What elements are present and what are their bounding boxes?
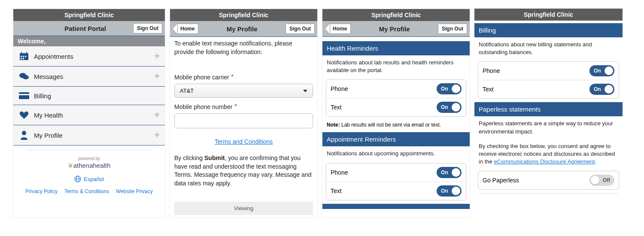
globe-icon bbox=[74, 175, 81, 182]
svg-point-10 bbox=[23, 75, 29, 79]
toggle-appt-phone[interactable]: On bbox=[437, 167, 462, 178]
svg-rect-4 bbox=[25, 56, 26, 57]
toggle-row-text: Text On bbox=[326, 182, 466, 200]
required-icon: * bbox=[234, 103, 237, 110]
appt-reminders-header: Appointment Reminders bbox=[322, 132, 470, 146]
nav-billing[interactable]: Billing bbox=[13, 87, 165, 105]
intro-text: To enable text message notifications, pl… bbox=[170, 37, 317, 59]
lab-note: Note: Lab results will not be sent via e… bbox=[322, 120, 470, 132]
page-title: My Profile bbox=[198, 25, 286, 33]
screen-home: Springfield Clinic Patient Portal Sign O… bbox=[13, 9, 165, 218]
toggle-appt-text[interactable]: On bbox=[437, 185, 462, 197]
footer-links: Privacy Policy Terms & Conditions Websit… bbox=[13, 188, 165, 194]
screen-billing-paperless: Springfield Clinic Billing Notifications… bbox=[474, 9, 623, 218]
carrier-select[interactable]: AT&T bbox=[174, 84, 313, 98]
appt-reminders-desc: Notifications about upcoming appointment… bbox=[322, 146, 470, 161]
svg-rect-3 bbox=[23, 56, 24, 57]
toggle-phone[interactable]: On bbox=[437, 83, 462, 94]
svg-rect-6 bbox=[23, 58, 24, 59]
chat-icon bbox=[18, 72, 30, 81]
home-button[interactable]: Home bbox=[325, 23, 351, 34]
toggle-label: Text bbox=[331, 104, 342, 111]
nav-myhealth[interactable]: My Health + bbox=[13, 105, 165, 125]
carrier-label: Mobile phone carrier bbox=[174, 74, 229, 81]
signout-button[interactable]: Sign Out bbox=[133, 23, 162, 33]
clinic-title: Springfield Clinic bbox=[13, 9, 165, 21]
svg-rect-5 bbox=[21, 58, 22, 59]
nav-label: My Health bbox=[34, 112, 154, 119]
screen-text-notifications: Springfield Clinic Home My Profile Sign … bbox=[170, 9, 318, 218]
screen-reminders: Springfield Clinic Home My Profile Sign … bbox=[322, 9, 470, 218]
card-icon bbox=[18, 91, 30, 100]
language-link[interactable]: Español bbox=[13, 175, 165, 182]
welcome-bar: Welcome, bbox=[13, 36, 165, 46]
billing-header: Billing bbox=[474, 23, 623, 37]
toggle-paperless[interactable]: Off bbox=[589, 175, 614, 186]
terms-link[interactable]: Terms & Conditions bbox=[64, 188, 109, 194]
ecomm-disclosure-link[interactable]: eCommunications Disclosure Agreement bbox=[494, 158, 595, 165]
signout-button[interactable]: Sign Out bbox=[438, 24, 467, 34]
terms-conditions-link[interactable]: Terms and Conditions bbox=[215, 138, 273, 145]
number-group: Mobile phone number * bbox=[170, 101, 317, 132]
nav-messages[interactable]: Messages + bbox=[13, 67, 165, 87]
person-icon bbox=[18, 130, 30, 140]
toggle-billing-text[interactable]: On bbox=[589, 84, 614, 95]
billing-desc: Notifications about new billing statemen… bbox=[474, 37, 623, 60]
toggle-text[interactable]: On bbox=[437, 102, 462, 113]
appt-toggle-group: Phone On Text On bbox=[326, 163, 466, 200]
plus-icon: + bbox=[154, 51, 160, 62]
page-title: Patient Portal bbox=[37, 25, 133, 32]
home-button[interactable]: Home bbox=[173, 23, 198, 34]
health-reminders-desc: Notifications about lab results and heal… bbox=[322, 55, 470, 78]
toggle-row-text: Text On bbox=[478, 80, 619, 98]
powered-by-label: powered by bbox=[13, 156, 165, 161]
nav-label: Messages bbox=[34, 73, 154, 80]
plus-icon: + bbox=[154, 130, 160, 141]
number-label: Mobile phone number bbox=[174, 103, 232, 110]
nav-label: My Profile bbox=[34, 132, 154, 139]
health-reminders-header: Health Reminders bbox=[322, 41, 470, 55]
clinic-title: Springfield Clinic bbox=[322, 9, 470, 21]
billing-toggle-group: Phone On Text On bbox=[478, 61, 619, 99]
paperless-desc-2: By checking the box below, you consent a… bbox=[474, 139, 623, 169]
toggle-row-paperless: Go Paperless Off bbox=[478, 171, 619, 189]
sub-bar: Home My Profile Sign Out bbox=[322, 21, 470, 37]
svg-rect-8 bbox=[26, 52, 27, 54]
phone-number-input[interactable] bbox=[174, 113, 313, 128]
bottom-bar bbox=[322, 204, 470, 209]
svg-rect-7 bbox=[21, 52, 22, 54]
toggle-billing-phone[interactable]: On bbox=[589, 65, 614, 76]
heart-icon bbox=[18, 110, 30, 120]
nav-list: Appointments + Messages + Billing My Hea… bbox=[13, 46, 165, 145]
nav-label: Appointments bbox=[34, 53, 154, 60]
athena-logo: ❦athenahealth bbox=[13, 162, 165, 169]
toggle-label: Phone bbox=[331, 169, 348, 176]
required-icon: * bbox=[231, 73, 234, 81]
plus-icon: + bbox=[154, 109, 160, 121]
website-privacy-link[interactable]: Website Privacy bbox=[116, 188, 153, 194]
toggle-label: Text bbox=[483, 86, 494, 93]
carrier-group: Mobile phone carrier * AT&T bbox=[170, 72, 317, 101]
svg-rect-11 bbox=[19, 92, 29, 99]
sub-bar: Patient Portal Sign Out bbox=[13, 21, 165, 36]
paperless-desc-1: Paperless statements are a simple way to… bbox=[474, 116, 623, 139]
toggle-row-phone: Phone On bbox=[326, 80, 466, 98]
privacy-link[interactable]: Privacy Policy bbox=[25, 188, 58, 194]
nav-myprofile[interactable]: My Profile + bbox=[13, 125, 165, 145]
chevron-down-icon bbox=[303, 90, 307, 92]
toggle-label: Phone bbox=[483, 67, 500, 74]
nav-appointments[interactable]: Appointments + bbox=[13, 46, 165, 67]
clinic-title: Springfield Clinic bbox=[474, 9, 623, 21]
toggle-label: Text bbox=[331, 188, 342, 194]
sub-bar: Home My Profile Sign Out bbox=[170, 21, 317, 37]
svg-rect-2 bbox=[21, 56, 22, 57]
paperless-header: Paperless statements bbox=[474, 102, 623, 116]
submit-disclaimer: By clicking Submit, you are confirming t… bbox=[170, 151, 317, 190]
paperless-toggle-group: Go Paperless Off bbox=[478, 171, 619, 190]
page-title: My Profile bbox=[351, 25, 438, 33]
svg-rect-12 bbox=[19, 94, 29, 95]
toggle-label: Phone bbox=[331, 85, 348, 92]
signout-button[interactable]: Sign Out bbox=[286, 24, 315, 34]
toggle-row-text: Text On bbox=[326, 98, 466, 116]
clinic-title: Springfield Clinic bbox=[170, 9, 317, 21]
